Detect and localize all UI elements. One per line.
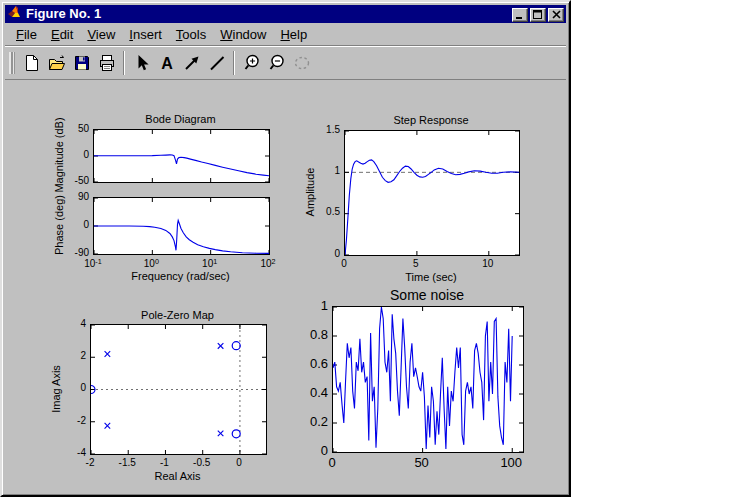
series-phase	[94, 220, 269, 253]
xtick-noise: 100	[486, 455, 536, 470]
open-file-button[interactable]	[44, 50, 69, 76]
pointer-arrow-icon	[132, 53, 152, 73]
ytick-step: 0.5	[298, 206, 340, 217]
series-magnitude	[94, 155, 269, 176]
menu-edit[interactable]: Edit	[44, 25, 80, 44]
print-figure-button[interactable]	[94, 50, 119, 76]
ytick-noise: 1	[286, 298, 328, 313]
xlabel-pz: Real Axis	[90, 470, 265, 482]
toolbar-grip[interactable]	[9, 52, 15, 74]
line-tool-icon	[207, 53, 227, 73]
ytick-pz: 0	[44, 382, 86, 393]
ytick-bode-mag: -50	[47, 175, 89, 186]
window-controls	[512, 5, 564, 23]
ytick-bode-mag: 0	[47, 149, 89, 160]
zoom-in-button[interactable]	[239, 50, 264, 76]
series-step-response	[345, 160, 519, 255]
menu-insert[interactable]: Insert	[122, 25, 169, 44]
add-text-button[interactable]: A	[154, 50, 179, 76]
titlebar[interactable]: Figure No. 1	[5, 5, 566, 23]
chart-title-pz: Pole-Zero Map	[90, 309, 265, 321]
figure-canvas: Bode DiagramMagnitude (dB)-50050Phase (d…	[5, 80, 566, 493]
close-icon	[552, 10, 561, 19]
chart-title-bode-mag: Bode Diagram	[93, 113, 268, 125]
add-line-button[interactable]	[204, 50, 229, 76]
minimize-button[interactable]	[512, 8, 528, 22]
xtick-noise: 50	[397, 455, 447, 470]
axes-step[interactable]	[344, 130, 520, 256]
svg-text:A: A	[161, 54, 173, 71]
menu-window[interactable]: Window	[213, 25, 273, 44]
ytick-bode-mag: 50	[47, 123, 89, 134]
rotate-3d-icon	[292, 53, 312, 73]
minimize-icon	[515, 10, 525, 19]
pole-marker	[218, 343, 224, 349]
zoom-in-icon	[242, 53, 262, 73]
xtick-bode-phase: 10-1	[68, 257, 118, 269]
pole-marker	[218, 431, 224, 437]
ytick-noise: 0.2	[286, 414, 328, 429]
pole-marker	[105, 351, 111, 357]
toolbar-separator	[123, 51, 125, 75]
xtick-bode-phase: 101	[185, 257, 235, 269]
xtick-pz: 0	[214, 457, 264, 468]
menubar: FileEditViewInsertToolsWindowHelp	[5, 23, 566, 46]
figure-window: Figure No. 1 FileEditViewInsertToolsWind…	[0, 0, 571, 497]
close-button[interactable]	[548, 8, 564, 22]
toolbar-separator	[233, 51, 235, 75]
chart-title-step: Step Response	[344, 114, 518, 126]
pointer-tool-button[interactable]	[129, 50, 154, 76]
zoom-out-button[interactable]	[264, 50, 289, 76]
xtick-step: 5	[391, 258, 441, 269]
axes-bode-phase[interactable]	[93, 197, 270, 255]
open-folder-icon	[47, 53, 67, 73]
maximize-icon	[533, 10, 543, 19]
ytick-step: 0	[298, 248, 340, 259]
ytick-step: 1.5	[298, 124, 340, 135]
ytick-pz: -2	[44, 415, 86, 426]
series-noise	[333, 307, 512, 449]
xtick-step: 0	[319, 258, 369, 269]
pole-marker	[105, 423, 111, 429]
axes-noise[interactable]	[332, 306, 524, 453]
ytick-step: 1	[298, 165, 340, 176]
zoom-out-icon	[267, 53, 287, 73]
axes-pz[interactable]	[90, 324, 267, 455]
window-title: Figure No. 1	[26, 5, 509, 23]
xtick-bode-phase: 102	[243, 257, 293, 269]
ytick-pz: 4	[44, 318, 86, 329]
matlab-icon	[7, 4, 23, 24]
save-figure-button[interactable]	[69, 50, 94, 76]
ytick-noise: 0.6	[286, 356, 328, 371]
ytick-bode-phase: 90	[47, 191, 89, 202]
xlabel-bode-phase: Frequency (rad/sec)	[93, 270, 268, 282]
xtick-bode-phase: 100	[126, 257, 176, 269]
ytick-pz: -4	[44, 447, 86, 458]
menu-file[interactable]: File	[9, 25, 44, 44]
ytick-noise: 0.4	[286, 385, 328, 400]
zero-marker	[232, 342, 240, 350]
add-arrow-button[interactable]	[179, 50, 204, 76]
axes-bode-mag[interactable]	[93, 129, 270, 183]
printer-icon	[97, 53, 117, 73]
xlabel-step: Time (sec)	[344, 271, 518, 283]
arrow-tool-icon	[182, 53, 202, 73]
chart-title-noise: Some noise	[332, 287, 522, 303]
ytick-bode-phase: 0	[47, 219, 89, 230]
rotate-3d-button[interactable]	[289, 50, 314, 76]
ytick-noise: 0	[286, 443, 328, 458]
new-figure-button[interactable]	[19, 50, 44, 76]
maximize-button[interactable]	[530, 8, 546, 22]
xtick-step: 10	[463, 258, 513, 269]
menu-view[interactable]: View	[80, 25, 122, 44]
toolbar: A	[5, 46, 566, 80]
menu-tools[interactable]: Tools	[169, 25, 213, 44]
menu-help[interactable]: Help	[273, 25, 314, 44]
new-document-icon	[22, 53, 42, 73]
ytick-noise: 0.8	[286, 327, 328, 342]
zero-marker	[232, 430, 240, 438]
text-tool-icon: A	[157, 53, 177, 73]
ytick-bode-phase: -90	[47, 247, 89, 258]
ytick-pz: 2	[44, 350, 86, 361]
save-floppy-icon	[72, 53, 92, 73]
